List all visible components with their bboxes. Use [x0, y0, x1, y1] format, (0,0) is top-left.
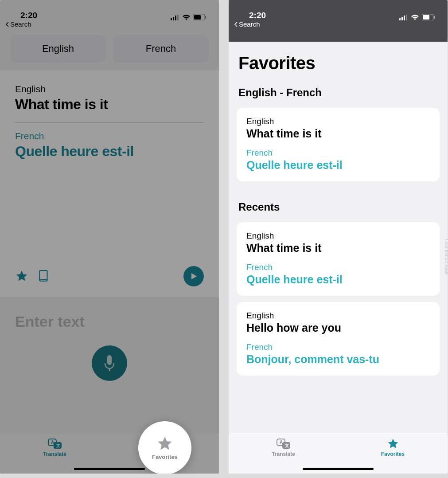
divider [15, 122, 204, 123]
status-time: 2:20 [20, 11, 37, 20]
svg-rect-2 [175, 16, 176, 20]
source-language-label: English [246, 311, 430, 321]
language-pair-heading: English - French [229, 73, 448, 104]
back-to-search[interactable]: Search [229, 20, 448, 28]
target-language-label: French [15, 131, 204, 141]
target-language-label: French [246, 148, 430, 158]
target-language-label: French [246, 263, 430, 272]
cellular-icon [171, 15, 179, 20]
battery-icon [193, 14, 206, 20]
status-indicators [171, 14, 206, 20]
translate-icon: A文 [276, 438, 291, 450]
target-text: Quelle heure est-il [246, 159, 430, 172]
target-language-label: French [246, 342, 430, 352]
star-icon [386, 438, 400, 450]
back-chevron-icon [234, 22, 238, 27]
recent-item[interactable]: English What time is it French Quelle he… [237, 222, 440, 296]
back-chevron-icon [5, 22, 9, 27]
text-input-area: Enter text [0, 297, 219, 385]
status-bar: 2:20 [229, 0, 448, 21]
source-language-label: English [246, 117, 430, 126]
enter-text-placeholder[interactable]: Enter text [15, 313, 204, 330]
microphone-button[interactable] [92, 345, 127, 381]
play-audio-button[interactable] [183, 266, 204, 286]
dictionary-button[interactable] [38, 270, 50, 283]
card-action-row [15, 266, 204, 286]
phone-left-translate: 2:20 Search English French English What … [0, 0, 219, 474]
svg-rect-18 [406, 15, 407, 20]
favorite-star-button[interactable] [15, 270, 28, 283]
tab-translate-label: Translate [43, 451, 66, 457]
translate-icon: A文 [47, 438, 62, 450]
home-indicator[interactable] [303, 468, 374, 470]
svg-rect-16 [401, 17, 403, 20]
svg-text:文: 文 [56, 443, 60, 448]
back-to-search[interactable]: Search [0, 20, 219, 28]
svg-rect-0 [171, 18, 172, 20]
translation-card: English What time is it French Quelle he… [0, 71, 219, 297]
svg-text:A: A [51, 440, 54, 445]
tab-translate-label: Translate [272, 451, 295, 457]
source-text: Hello how are you [246, 321, 430, 334]
svg-rect-20 [423, 15, 429, 20]
source-language-picker[interactable]: English [10, 35, 106, 63]
svg-rect-21 [434, 16, 435, 19]
svg-rect-17 [404, 16, 405, 20]
star-icon [156, 435, 174, 452]
battery-icon [422, 14, 435, 20]
svg-text:文: 文 [284, 443, 289, 448]
wifi-icon [411, 14, 419, 20]
microphone-icon [102, 353, 117, 373]
tab-favorites-label: Favorites [381, 451, 405, 457]
wifi-icon [182, 14, 191, 20]
svg-rect-5 [194, 15, 201, 20]
phone-right-favorites: 2:20 Search Favorites English - French E… [229, 0, 448, 474]
play-icon [189, 272, 198, 281]
highlight-favorites-tab: Favorites [138, 421, 191, 474]
status-region-dark: 2:20 Search [229, 0, 448, 42]
status-time: 2:20 [249, 11, 266, 20]
tab-bar: A文 Translate Favorites [229, 433, 448, 474]
source-text: What time is it [15, 96, 204, 113]
svg-rect-3 [177, 15, 179, 20]
svg-text:A: A [280, 440, 283, 445]
favorites-sheet: Favorites English - French English What … [229, 42, 448, 427]
source-language-label: English [246, 231, 430, 241]
status-bar: 2:20 [0, 0, 219, 21]
recent-item[interactable]: English Hello how are you French Bonjour… [237, 302, 440, 376]
source-text: What time is it [246, 127, 430, 140]
svg-rect-6 [205, 16, 206, 19]
source-text: What time is it [246, 242, 430, 255]
back-label: Search [239, 20, 260, 28]
svg-rect-9 [107, 355, 112, 365]
cellular-icon [399, 15, 408, 20]
favorite-item[interactable]: English What time is it French Quelle he… [237, 108, 440, 181]
source-language-label: English [15, 84, 204, 94]
svg-rect-15 [399, 18, 401, 20]
target-text: Quelle heure est-il [246, 273, 430, 286]
page-title: Favorites [229, 53, 448, 73]
target-text: Bonjour, comment vas-tu [246, 353, 430, 366]
target-language-picker[interactable]: French [113, 35, 209, 63]
target-text: Quelle heure est-il [15, 143, 204, 160]
back-label: Search [10, 20, 31, 28]
home-indicator[interactable] [74, 468, 145, 470]
book-icon [38, 270, 50, 283]
svg-rect-1 [173, 17, 174, 20]
watermark: www.deuaq.com [444, 239, 448, 274]
highlight-label: Favorites [152, 454, 178, 460]
status-indicators [399, 14, 435, 20]
recents-heading: Recents [229, 188, 448, 219]
language-picker-row: English French [0, 31, 219, 71]
star-icon [15, 270, 28, 283]
